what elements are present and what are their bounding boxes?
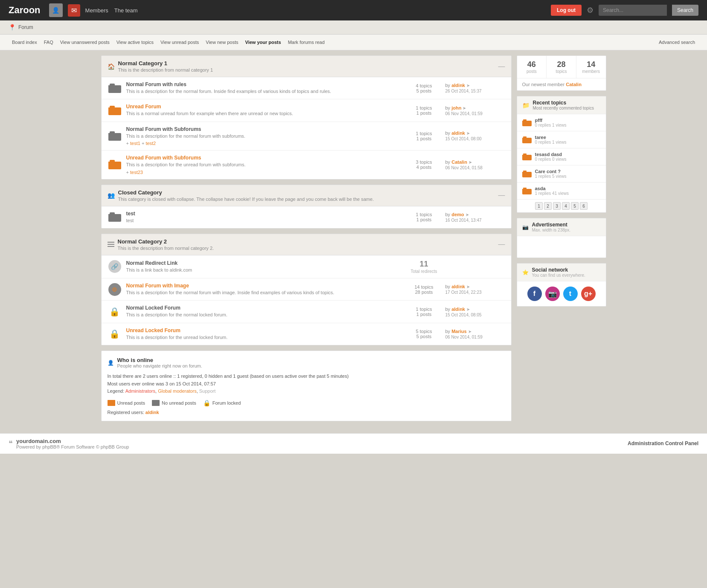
social-subtitle: You can find us everywhere. bbox=[532, 273, 585, 278]
settings-icon[interactable]: ⚙ bbox=[587, 6, 594, 15]
registered-user-link[interactable]: aldink bbox=[145, 410, 159, 415]
domain-link[interactable]: yourdomain.com bbox=[16, 438, 61, 444]
category-3-desc: This is the description from normal cate… bbox=[118, 246, 214, 251]
topics-count: 14 topics bbox=[414, 284, 433, 290]
forum-desc-unread-subforums: This is a description for the unread for… bbox=[126, 162, 403, 168]
forum-link-locked[interactable]: Normal Locked Forum bbox=[126, 305, 180, 311]
forum-desc-image: This is a description for the normal for… bbox=[126, 290, 403, 296]
posts-count: 1 posts bbox=[416, 136, 431, 141]
nav-new-posts[interactable]: View new posts bbox=[202, 38, 241, 46]
admin-panel-link[interactable]: Administration Control Panel bbox=[628, 440, 698, 446]
forum-link-unread-locked[interactable]: Unread Locked Forum bbox=[126, 327, 180, 333]
main-layout: 🏠 Normal Category 1 This is the descript… bbox=[93, 50, 614, 432]
forum-row-unread-locked: 🔒 Unread Locked Forum This is a descript… bbox=[102, 323, 511, 345]
search-input[interactable] bbox=[599, 5, 667, 16]
legend-locked: 🔒 Forum locked bbox=[203, 400, 241, 406]
image-forum-icon bbox=[108, 283, 122, 296]
forum-link-unread-subforums[interactable]: Unread Forum with Subforums bbox=[126, 155, 201, 161]
forum-desc-redirect: This is a link back to aldink.com bbox=[126, 267, 403, 273]
category-1-collapse[interactable]: — bbox=[498, 63, 505, 70]
facebook-button[interactable]: f bbox=[527, 287, 542, 301]
nav-team[interactable]: The team bbox=[114, 7, 138, 14]
forum-row-locked: 🔒 Normal Locked Forum This is a descript… bbox=[102, 301, 511, 323]
page-3[interactable]: 3 bbox=[553, 202, 561, 210]
ad-title: Advertisement bbox=[532, 222, 571, 228]
nav-unanswered[interactable]: View unanswered posts bbox=[57, 38, 113, 46]
page-2[interactable]: 2 bbox=[544, 202, 552, 210]
forum-link-unread[interactable]: Unread Forum bbox=[126, 104, 161, 110]
twitter-button[interactable]: t bbox=[563, 287, 578, 301]
header-nav: Members The team bbox=[85, 7, 138, 14]
newest-member-link[interactable]: Catalin bbox=[566, 82, 582, 87]
last-poster-link[interactable]: aldink bbox=[451, 307, 465, 312]
forum-stats-normal-rules: 4 topics 5 posts bbox=[407, 83, 441, 93]
forum-desc-unread: This is a normal unread forum for exampl… bbox=[126, 110, 403, 117]
forum-link-image[interactable]: Normal Forum with Image bbox=[126, 283, 189, 289]
subforum-link-test2[interactable]: test2 bbox=[145, 141, 156, 146]
nav-mark-read[interactable]: Mark forums read bbox=[285, 38, 328, 46]
folder-icon-normal-rules bbox=[108, 82, 122, 95]
last-date: 15 Oct 2014, 08:05 bbox=[445, 313, 505, 317]
forum-info-test: test test bbox=[126, 211, 403, 224]
subforum-link-test23[interactable]: test23 bbox=[130, 170, 143, 175]
admins-link[interactable]: Administrators bbox=[125, 388, 155, 394]
breadcrumb-forum[interactable]: Forum bbox=[18, 24, 33, 30]
rt-info: pfff 0 replies 1 views bbox=[535, 118, 601, 127]
category-3-collapse[interactable]: — bbox=[498, 240, 505, 248]
forum-row-test: test test 1 topics 1 posts by demo ➤ 16 … bbox=[102, 206, 511, 228]
posts-count: 4 posts bbox=[416, 165, 431, 170]
forum-stats-locked: 1 topics 1 posts bbox=[407, 307, 441, 317]
page-5[interactable]: 5 bbox=[571, 202, 579, 210]
forum-link-redirect[interactable]: Normal Redirect Link bbox=[126, 260, 178, 266]
nav-members[interactable]: Members bbox=[85, 7, 108, 14]
forum-row-image: Normal Forum with Image This is a descri… bbox=[102, 278, 511, 301]
nav-your-posts[interactable]: View your posts bbox=[242, 38, 285, 46]
category-3-title: Normal Category 2 bbox=[118, 238, 214, 245]
support-link[interactable]: Support bbox=[199, 388, 216, 394]
search-button[interactable]: Search bbox=[672, 5, 698, 16]
rt-name[interactable]: asda bbox=[535, 186, 601, 191]
recent-topics-title: Recent topics bbox=[533, 100, 594, 106]
last-poster-link[interactable]: aldink bbox=[451, 83, 465, 88]
subforum-link-test1[interactable]: test1 bbox=[130, 141, 140, 146]
last-date: 15 Oct 2014, 08:00 bbox=[445, 136, 505, 141]
googleplus-button[interactable]: g+ bbox=[581, 287, 596, 301]
legend-no-unread: No unread posts bbox=[152, 400, 196, 406]
rt-name[interactable]: Care cont ? bbox=[535, 169, 601, 174]
last-poster-link[interactable]: Catalin bbox=[451, 159, 467, 165]
footer-info: yourdomain.com Powered by phpBB® Forum S… bbox=[16, 438, 129, 449]
page-1[interactable]: 1 bbox=[535, 202, 543, 210]
footer: ❝ yourdomain.com Powered by phpBB® Forum… bbox=[0, 433, 707, 454]
forum-link-subforums[interactable]: Normal Forum with Subforums bbox=[126, 126, 201, 132]
nav-board-index[interactable]: Board index bbox=[9, 38, 41, 46]
instagram-button[interactable]: 📷 bbox=[545, 287, 560, 301]
mail-icon[interactable]: ✉ bbox=[68, 4, 80, 17]
nav-active-topics[interactable]: View active topics bbox=[113, 38, 157, 46]
nav-faq[interactable]: FAQ bbox=[41, 38, 57, 46]
powered-by: Powered by phpBB® Forum Software © phpBB… bbox=[16, 444, 129, 449]
rt-name[interactable]: pfff bbox=[535, 118, 601, 123]
last-poster-link[interactable]: Marius bbox=[451, 329, 466, 334]
category-1-header: 🏠 Normal Category 1 This is the descript… bbox=[102, 56, 511, 77]
rt-folder-icon bbox=[522, 154, 532, 160]
page-6[interactable]: 6 bbox=[580, 202, 588, 210]
global-mods-link[interactable]: Global moderators bbox=[158, 388, 197, 394]
logout-button[interactable]: Log out bbox=[551, 5, 582, 16]
last-date: 06 Nov 2014, 01:59 bbox=[445, 335, 505, 339]
forum-link-test[interactable]: test bbox=[126, 211, 135, 217]
rt-name[interactable]: taree bbox=[535, 135, 601, 140]
forum-link-normal-rules[interactable]: Normal Forum with rules bbox=[126, 81, 186, 87]
last-poster-link[interactable]: john bbox=[451, 105, 461, 110]
recent-topics-box: 📁 Recent topics Most recently commented … bbox=[517, 96, 606, 213]
category-2-header: 👥 Closed Category This category is close… bbox=[102, 185, 511, 206]
rt-folder-icon bbox=[522, 188, 532, 194]
rt-name[interactable]: tesasd dasd bbox=[535, 152, 601, 157]
last-poster-link[interactable]: aldink bbox=[451, 284, 465, 289]
nav-unread-posts[interactable]: View unread posts bbox=[157, 38, 202, 46]
advanced-search-link[interactable]: Advanced search bbox=[655, 38, 698, 46]
folder-icon-test bbox=[108, 211, 122, 223]
page-4[interactable]: 4 bbox=[562, 202, 570, 210]
category-2-collapse[interactable]: — bbox=[498, 191, 505, 199]
last-poster-link[interactable]: aldink bbox=[451, 130, 465, 136]
last-poster-link[interactable]: demo bbox=[451, 212, 464, 217]
